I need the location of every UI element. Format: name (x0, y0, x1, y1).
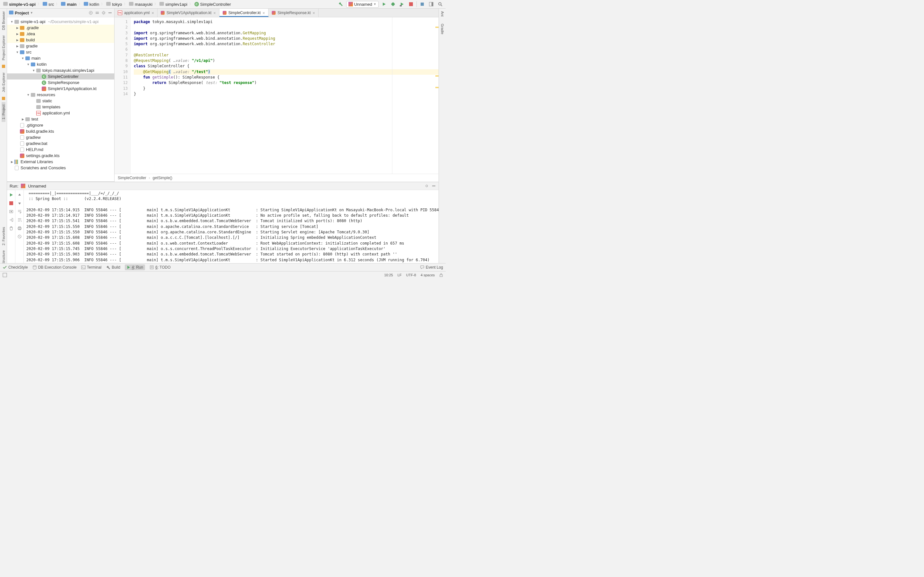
up-icon[interactable] (16, 191, 23, 198)
run-button[interactable] (381, 1, 388, 8)
disclosure-icon[interactable]: ▶ (15, 45, 19, 48)
tree-build.gradle.kts[interactable]: build.gradle.kts (7, 128, 114, 134)
disclosure-icon[interactable]: ▶ (10, 160, 14, 163)
tree-SimpleV1ApiApplication.kt[interactable]: SimpleV1ApiApplication.kt (7, 85, 114, 92)
hide-icon[interactable] (431, 184, 436, 188)
crumb-method[interactable]: getSimple() (153, 176, 172, 180)
code-line-3[interactable]: import org.springframework.web.bind.anno… (134, 31, 439, 36)
tab-gradle[interactable]: Gradle (441, 21, 444, 37)
git-button[interactable] (419, 1, 426, 8)
locate-icon[interactable] (89, 11, 93, 15)
disclosure-icon[interactable]: ▶ (21, 118, 25, 121)
tab-ant[interactable]: Ant (441, 9, 444, 19)
dump-button[interactable] (8, 208, 15, 215)
close-icon[interactable]: × (312, 11, 315, 15)
wrap-icon[interactable] (16, 208, 23, 215)
tree-settings.gradle.kts[interactable]: settings.gradle.kts (7, 153, 114, 159)
crumb-class[interactable]: SimpleController (118, 176, 146, 180)
line-separator[interactable]: LF (397, 273, 402, 277)
toolwin-checkstyle[interactable]: CheckStyle (3, 265, 28, 269)
tree-.idea[interactable]: ▶.idea (7, 31, 114, 37)
print-icon[interactable] (16, 225, 23, 232)
toolwin-db-execution-console[interactable]: DB Execution Console (32, 265, 77, 269)
hammer-icon[interactable] (337, 1, 344, 8)
tab-project-explorer[interactable]: Project Explorer (2, 33, 5, 63)
stop-button[interactable] (8, 200, 15, 207)
disclosure-icon[interactable]: ▼ (26, 63, 31, 66)
down-icon[interactable] (16, 200, 23, 207)
crumb-SimpleController[interactable]: CSimpleController (193, 2, 232, 7)
status-widgets-icon[interactable] (3, 273, 7, 277)
chevron-down-icon[interactable]: ▼ (30, 11, 33, 15)
tab-SimpleResponse.kt[interactable]: SimpleResponse.kt× (268, 9, 318, 17)
gear-icon[interactable] (425, 184, 429, 188)
crumb-simple-v1-api[interactable]: simple-v1-api (2, 2, 37, 7)
crumb-tokyo[interactable]: tokyo (105, 2, 123, 7)
delete-button[interactable] (8, 225, 15, 232)
coverage-button[interactable] (399, 1, 405, 8)
caret-position[interactable]: 10:25 (384, 273, 393, 277)
layout-button[interactable] (428, 1, 435, 8)
code-line-2[interactable] (134, 25, 439, 30)
tree-tokyo.masayuki.simplev1api[interactable]: ▼tokyo.masayuki.simplev1api (7, 67, 114, 73)
toolwin-build[interactable]: Build (106, 265, 120, 269)
code-line-7[interactable]: @RestController (134, 53, 439, 58)
crumb-masayuki[interactable]: masayuki (128, 2, 153, 7)
project-tree[interactable]: ▼simple-v1-api~/Documents/simple-v1-api▶… (7, 17, 114, 181)
code-line-10[interactable]: @GetMapping( …value: "/test") (134, 69, 439, 75)
tree-SimpleController[interactable]: CSimpleController (7, 73, 114, 79)
search-button[interactable] (437, 1, 444, 8)
error-stripe[interactable] (435, 26, 439, 166)
tab-1-project[interactable]: 1: Project (2, 102, 5, 122)
tree-static[interactable]: static (7, 98, 114, 104)
tab-application.yml[interactable]: YMLapplication.yml× (115, 9, 158, 17)
toolwin-6-todo[interactable]: 6: TODO (150, 265, 171, 269)
disclosure-icon[interactable]: ▼ (10, 20, 14, 23)
code-line-13[interactable]: } (134, 86, 439, 91)
run-config-selector[interactable]: Unnamed ▼ (346, 1, 379, 8)
console-output[interactable]: =========|_|==============|___/=/_/_/_/ … (24, 190, 439, 263)
tab-job-explorer[interactable]: Job Explorer (2, 70, 5, 95)
disclosure-icon[interactable]: ▼ (31, 69, 36, 72)
tree-External Libraries[interactable]: ▶External Libraries (7, 159, 114, 165)
code-line-4[interactable]: import org.springframework.web.bind.anno… (134, 36, 439, 41)
tab-SimpleV1ApiApplication.kt[interactable]: SimpleV1ApiApplication.kt× (158, 9, 220, 17)
tree-test[interactable]: ▶test (7, 116, 114, 122)
disclosure-icon[interactable]: ▶ (15, 39, 19, 42)
file-encoding[interactable]: UTF-8 (406, 273, 416, 277)
tree-Scratches and Consoles[interactable]: Scratches and Consoles (7, 165, 114, 171)
tree-src[interactable]: ▼src (7, 49, 114, 55)
close-icon[interactable]: × (262, 11, 265, 15)
tab-2-favorites[interactable]: 2: Favorites (2, 224, 5, 248)
code-line-14[interactable]: } (134, 91, 439, 97)
disclosure-icon[interactable]: ▶ (15, 32, 19, 35)
tree-resources[interactable]: ▼resources (7, 92, 114, 98)
event-log-button[interactable]: Event Log (420, 265, 443, 269)
collapse-icon[interactable] (95, 11, 99, 15)
disclosure-icon[interactable]: ▼ (21, 57, 25, 60)
code-line-8[interactable]: @RequestMapping( …value: "/v1/api") (134, 58, 439, 63)
tree-gradlew.bat[interactable]: gradlew.bat (7, 140, 114, 147)
tree-.gradle[interactable]: ▶.gradle (7, 25, 114, 31)
exit-button[interactable] (8, 216, 15, 223)
lock-icon[interactable] (439, 273, 443, 277)
disclosure-icon[interactable]: ▼ (15, 51, 19, 54)
indent[interactable]: 4 spaces (421, 273, 435, 277)
scroll-icon[interactable] (16, 216, 23, 223)
hide-icon[interactable] (108, 11, 112, 15)
tree-HELP.md[interactable]: HELP.md (7, 147, 114, 153)
tree-simple-v1-api[interactable]: ▼simple-v1-api~/Documents/simple-v1-api (7, 19, 114, 25)
tree-kotlin[interactable]: ▼kotlin (7, 61, 114, 67)
crumb-simplev1api[interactable]: simplev1api (158, 2, 189, 7)
close-icon[interactable]: × (152, 11, 154, 15)
code-line-5[interactable]: import org.springframework.web.bind.anno… (134, 41, 439, 47)
stop-button[interactable] (407, 1, 415, 8)
disclosure-icon[interactable]: ▼ (26, 93, 31, 97)
toolwin-4-run[interactable]: 4: Run (125, 264, 145, 270)
tab-db-browser[interactable]: DB Browser (2, 9, 5, 33)
tree-gradle[interactable]: ▶gradle (7, 43, 114, 49)
rerun-button[interactable] (8, 191, 15, 198)
debug-button[interactable] (389, 1, 397, 8)
crumb-kotlin[interactable]: kotlin (82, 2, 100, 7)
editor-breadcrumb[interactable]: SimpleController › getSimple() (115, 174, 439, 182)
